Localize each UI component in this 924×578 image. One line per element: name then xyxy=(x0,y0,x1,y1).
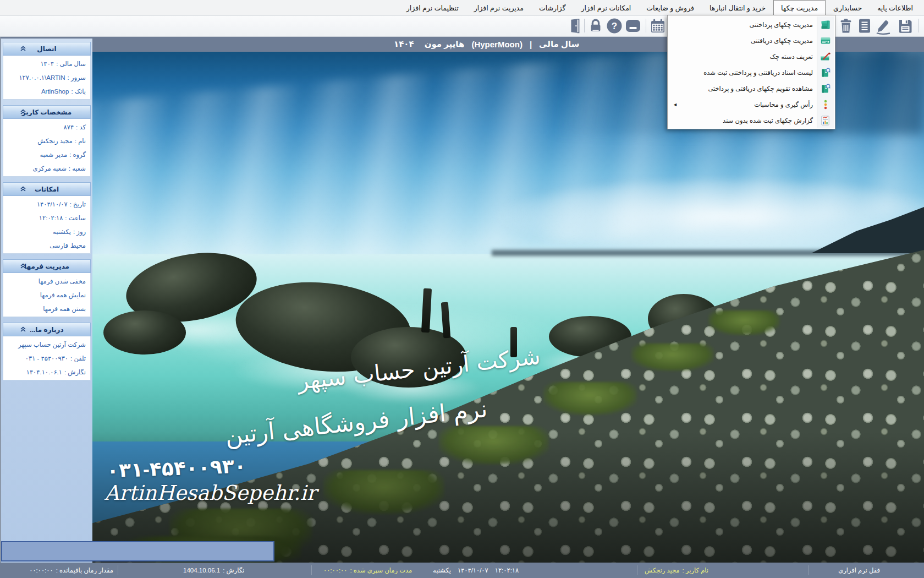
calendar-button[interactable] xyxy=(648,17,667,35)
panel-form-management-header[interactable]: مدیریت فرمها xyxy=(3,259,91,273)
lock-button[interactable] xyxy=(586,17,605,35)
exit-door-icon xyxy=(566,18,583,34)
bottom-dock-panel xyxy=(1,541,274,561)
panel-user-details-header[interactable]: مشخصات کاربر xyxy=(3,105,91,119)
show-all-forms-action[interactable]: نمایش همه فرمها xyxy=(3,288,90,302)
check-management-dropdown: مدیریت چکهای پرداختنی مدیریت چکهای دریاف… xyxy=(667,15,835,129)
exit-button[interactable] xyxy=(565,17,584,35)
menu-item-software-features[interactable]: امکانات نرم افزار xyxy=(573,0,639,15)
user-code: کد :۸۷۴ xyxy=(3,120,90,134)
panel-title: مشخصات کاربر xyxy=(3,108,90,116)
submenu-arrow-icon: ◄ xyxy=(673,102,678,107)
calculations-dots-icon xyxy=(820,99,831,110)
menu-calculations[interactable]: رأس گیری و محاسبات ◄ xyxy=(669,96,834,112)
document-list-button[interactable] xyxy=(855,17,874,35)
software-lock-status: قفل نرم افزاری xyxy=(838,563,880,578)
panel-title: اتصال xyxy=(3,45,90,53)
menu-item-software-management[interactable]: مدیریت نرم افزار xyxy=(466,0,531,15)
save-button[interactable] xyxy=(896,17,915,35)
fiscal-year-title: ۱۴۰۴ هایپر مون (HyperMoon) | سال مالی xyxy=(394,36,579,52)
connection-database: بانک :ArtinShop xyxy=(3,84,90,98)
collapse-chevron-icon xyxy=(20,326,26,332)
connection-fiscal-year: سال مالی :۱۴۰۴ xyxy=(3,57,90,70)
status-separator xyxy=(311,565,312,575)
menu-item-accounting[interactable]: حسابداری xyxy=(826,0,870,15)
minimize-button[interactable] xyxy=(624,17,642,35)
status-date: ۱۴۰۴/۱۰/۰۷ xyxy=(458,566,488,574)
panel-title: امکانات xyxy=(3,186,90,193)
menu-define-checkbook[interactable]: تعریف دسته چک xyxy=(669,48,834,64)
collapse-chevron-icon xyxy=(20,186,26,192)
features-locale: محیطفارسی xyxy=(3,238,90,252)
wallpaper-moss xyxy=(631,343,714,371)
close-all-forms-action[interactable]: بستن همه فرمها xyxy=(3,302,90,315)
menu-item-software-settings[interactable]: تنظیمات نرم افزار xyxy=(399,0,466,15)
wallpaper-website-text: ArtinHesabSepehr.ir xyxy=(105,481,316,505)
application-window: اطلاعات پایه حسابداری مدیریت چکها خرید و… xyxy=(0,0,924,578)
features-day: روز :یکشنبه xyxy=(3,225,90,238)
wallpaper-moss xyxy=(543,382,637,415)
help-button[interactable]: ? xyxy=(605,17,624,35)
toolbar-separator xyxy=(918,19,919,32)
username-status: نام کاربر :مجید رنجکش xyxy=(645,563,708,578)
delete-button[interactable] xyxy=(837,17,855,35)
menu-checks-without-document-report[interactable]: گزارش چکهای ثبت شده بدون سند xyxy=(669,112,834,128)
payable-checks-icon xyxy=(820,19,831,30)
signature-pen-icon xyxy=(874,17,893,35)
menu-registered-documents-list[interactable]: لیست اسناد دریافتنی و پرداختنی ثبت شده xyxy=(669,64,834,80)
lock-icon xyxy=(587,18,604,34)
menu-payable-checks[interactable]: مدیریت چکهای پرداختنی xyxy=(669,17,834,32)
version-status: نگارش :1404.10.06.1 xyxy=(183,563,244,578)
user-group: گروه :مدیر شعبه xyxy=(3,148,90,161)
report-chart-icon xyxy=(820,115,831,126)
wallpaper-phone-text: ۰۳۱-۴۵۴۰۰۹۳۰ xyxy=(106,455,246,483)
title-year: ۱۴۰۴ xyxy=(394,39,414,49)
calendar-icon xyxy=(649,17,667,35)
toolbar-separator xyxy=(646,19,646,32)
documents-search-icon xyxy=(820,67,831,78)
menu-item-basic-info[interactable]: اطلاعات پایه xyxy=(870,0,921,15)
user-branch: شعبه :شعبه مرکزی xyxy=(3,161,90,175)
collapse-chevron-icon xyxy=(20,263,26,269)
panel-connection-header[interactable]: اتصال xyxy=(3,42,91,56)
connection-server: سرور :۱۲۷.۰.۰.۱\ARTIN xyxy=(3,70,90,84)
panel-form-management: مدیریت فرمها مخفی شدن فرمها نمایش همه فر… xyxy=(3,259,91,317)
menu-checks-calendar-view[interactable]: مشاهده تقویم چکهای دریافتی و پرداختی xyxy=(669,80,834,96)
trash-icon xyxy=(837,17,855,35)
features-time: ساعت :۱۲:۰۲:۱۸ xyxy=(3,211,90,225)
title-app-name: هایپر مون xyxy=(425,39,465,49)
wallpaper-moss xyxy=(708,310,780,335)
panel-features: امکانات تاریخ :۱۴۰۴/۱۰/۰۷ ساعت :۱۲:۰۲:۱۸… xyxy=(3,182,91,254)
help-icon: ? xyxy=(606,17,623,35)
features-date: تاریخ :۱۴۰۴/۱۰/۰۷ xyxy=(3,197,90,211)
hide-forms-action[interactable]: مخفی شدن فرمها xyxy=(3,274,90,288)
menu-receivable-checks[interactable]: مدیریت چکهای دریافتنی xyxy=(669,32,834,48)
panel-features-header[interactable]: امکانات xyxy=(3,182,91,196)
menu-bar: اطلاعات پایه حسابداری مدیریت چکها خرید و… xyxy=(0,0,924,16)
status-separator xyxy=(118,565,118,575)
menu-item-check-management[interactable]: مدیریت چکها xyxy=(773,0,826,15)
menu-item-sales-waste[interactable]: فروش و ضایعات xyxy=(639,0,702,15)
toolbar-separator xyxy=(584,19,585,32)
status-separator xyxy=(637,565,637,575)
minimize-icon xyxy=(624,17,642,35)
status-day: یکشنبه xyxy=(433,566,451,574)
menu-item-reports[interactable]: گزارشات xyxy=(531,0,573,15)
remaining-time-status: مقدار زمان باقیمانده :۰۰:۰۰:۰۰ xyxy=(4,563,113,578)
sidebar: اتصال سال مالی :۱۴۰۴ سرور :۱۲۷.۰.۰.۱\ART… xyxy=(0,36,92,563)
title-fiscal-label: سال مالی xyxy=(539,39,579,49)
receivable-checks-icon xyxy=(820,35,831,46)
panel-user-details: مشخصات کاربر کد :۸۷۴ نام :مجید رنجکش گرو… xyxy=(3,105,91,177)
elapsed-time-status: مدت زمان سپری شده :۰۰:۰۰:۰۰ xyxy=(323,563,412,578)
title-separator: | xyxy=(530,40,532,49)
user-name: نام :مجید رنجکش xyxy=(3,134,90,148)
panel-about-header[interactable]: درباره ما... xyxy=(3,323,91,336)
save-floppy-icon xyxy=(897,17,914,35)
title-app-latin: (HyperMoon) xyxy=(471,40,522,49)
about-company: شرکت آرتین حساب سپهر xyxy=(3,337,90,351)
panel-title: درباره ما... xyxy=(3,326,90,334)
panel-title: مدیریت فرمها xyxy=(3,263,90,270)
collapse-chevron-icon xyxy=(20,108,26,115)
signature-button[interactable] xyxy=(874,17,893,35)
menu-item-purchase-warehouse[interactable]: خرید و انتقال انبارها xyxy=(702,0,773,15)
